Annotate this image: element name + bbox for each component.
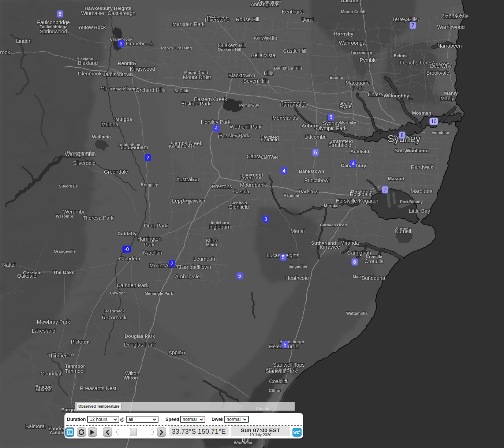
svg-text:Willoughby: Willoughby xyxy=(384,93,410,99)
svg-text:Heathcote: Heathcote xyxy=(285,275,309,281)
svg-text:Picton: Picton xyxy=(71,339,85,345)
svg-text:Douglas Park: Douglas Park xyxy=(124,333,155,339)
svg-text:Maroubra: Maroubra xyxy=(411,188,433,194)
svg-text:Parramatta: Parramatta xyxy=(280,102,306,108)
svg-text:Kingswood: Kingswood xyxy=(130,66,155,72)
svg-text:Manly: Manly xyxy=(440,96,455,101)
svg-text:Leumeah: Leumeah xyxy=(193,256,215,262)
svg-text:Clifton: Clifton xyxy=(269,388,282,393)
svg-text:Hurstville: Hurstville xyxy=(336,198,357,204)
svg-text:Bella Vista: Bella Vista xyxy=(251,52,276,58)
svg-text:Mulgoa: Mulgoa xyxy=(115,116,132,122)
svg-text:Annangrove: Annangrove xyxy=(251,1,279,7)
svg-text:Prestons: Prestons xyxy=(212,184,232,189)
svg-text:Lidcombe: Lidcombe xyxy=(304,134,326,140)
svg-text:Strathfield: Strathfield xyxy=(328,142,351,148)
svg-text:Glenfield: Glenfield xyxy=(228,204,249,210)
svg-text:Razorback: Razorback xyxy=(102,315,127,321)
svg-text:Marsden Park: Marsden Park xyxy=(172,21,205,27)
svg-text:Dural: Dural xyxy=(301,17,314,23)
svg-text:Frenchs Forest: Frenchs Forest xyxy=(400,60,434,66)
svg-text:Hornsby: Hornsby xyxy=(334,31,354,37)
svg-text:Brookvale: Brookvale xyxy=(426,70,449,76)
svg-text:Seven Hills: Seven Hills xyxy=(243,78,269,84)
svg-text:Mortlake: Mortlake xyxy=(340,120,356,125)
svg-text:brook: brook xyxy=(0,49,11,55)
svg-text:Merrylands: Merrylands xyxy=(272,115,298,121)
svg-text:Narellan: Narellan xyxy=(143,250,163,256)
svg-text:Campbelltown: Campbelltown xyxy=(178,264,211,270)
svg-text:Linden: Linden xyxy=(16,38,31,44)
svg-text:Bringelly: Bringelly xyxy=(141,182,158,187)
svg-text:Ryde: Ryde xyxy=(339,103,351,109)
svg-text:Castlereagh: Castlereagh xyxy=(108,10,135,16)
svg-text:Macquarie: Macquarie xyxy=(346,80,370,86)
svg-text:Quakers Hill: Quakers Hill xyxy=(218,47,241,52)
svg-text:Kemps Creek: Kemps Creek xyxy=(169,144,195,148)
svg-text:Orangeville: Orangeville xyxy=(54,249,76,253)
svg-text:Ashfield: Ashfield xyxy=(350,149,369,154)
svg-text:Fairfield: Fairfield xyxy=(261,137,279,142)
svg-text:Balmoral: Balmoral xyxy=(25,423,46,429)
svg-text:Oakdale: Oakdale xyxy=(17,273,37,279)
svg-text:Mulgoa: Mulgoa xyxy=(101,122,119,127)
svg-text:Auburn: Auburn xyxy=(302,123,318,129)
svg-text:Caravan Head: Caravan Head xyxy=(320,223,347,227)
svg-text:Epping: Epping xyxy=(329,75,343,79)
svg-text:Mosman: Mosman xyxy=(412,110,432,116)
svg-text:Mount Colah: Mount Colah xyxy=(341,10,366,14)
svg-text:Silverdale: Silverdale xyxy=(73,160,96,166)
svg-text:Mascot: Mascot xyxy=(388,176,404,181)
svg-text:Park: Park xyxy=(352,86,363,92)
svg-text:Coalcliff: Coalcliff xyxy=(269,378,288,384)
svg-text:Cranebrook: Cranebrook xyxy=(126,41,153,47)
svg-text:Kenthurst: Kenthurst xyxy=(282,9,304,15)
svg-text:Warriewood: Warriewood xyxy=(437,24,465,30)
svg-text:Greendale: Greendale xyxy=(104,169,128,175)
svg-text:Port Botany: Port Botany xyxy=(400,200,423,204)
svg-text:Lansvale: Lansvale xyxy=(261,155,278,159)
svg-text:Mowbray Park: Mowbray Park xyxy=(37,319,70,325)
svg-text:Springwood: Springwood xyxy=(40,29,67,34)
svg-text:Pemulwuy: Pemulwuy xyxy=(239,103,260,107)
svg-text:Glenbrook: Glenbrook xyxy=(78,71,102,77)
svg-text:Glenmore Park: Glenmore Park xyxy=(107,87,135,91)
svg-text:Camden Park: Camden Park xyxy=(117,282,149,288)
svg-text:Wahroonga: Wahroonga xyxy=(339,40,366,46)
svg-text:Leppington: Leppington xyxy=(183,198,205,203)
svg-text:Moorebank: Moorebank xyxy=(240,182,266,188)
svg-text:Mount Druitt: Mount Druitt xyxy=(183,74,211,80)
svg-text:Miranda: Miranda xyxy=(340,240,359,246)
svg-text:Menai: Menai xyxy=(291,228,305,234)
svg-text:Mortdale: Mortdale xyxy=(324,203,341,208)
svg-text:Orchard Hills: Orchard Hills xyxy=(135,87,165,93)
svg-text:Rockdale: Rockdale xyxy=(350,191,372,197)
svg-text:Manly: Manly xyxy=(444,90,458,96)
svg-text:Hills: Hills xyxy=(264,70,273,76)
svg-text:Cawdor: Cawdor xyxy=(110,291,125,295)
svg-text:Castle Hill: Castle Hill xyxy=(283,48,306,54)
svg-text:Menangle Park: Menangle Park xyxy=(145,291,173,296)
svg-text:Woollahra: Woollahra xyxy=(406,148,429,153)
svg-text:Riverstone: Riverstone xyxy=(205,17,229,23)
svg-text:Wetherill Park: Wetherill Park xyxy=(229,124,262,130)
svg-text:Kirrawee: Kirrawee xyxy=(320,244,340,250)
svg-text:Lakesland: Lakesland xyxy=(32,328,55,334)
svg-text:Woonona: Woonona xyxy=(234,441,253,445)
svg-text:Buxton: Buxton xyxy=(36,386,52,392)
svg-text:Mona Vale: Mona Vale xyxy=(444,14,469,19)
svg-text:Wallacia: Wallacia xyxy=(92,134,111,140)
svg-text:Liverpool: Liverpool xyxy=(240,175,261,181)
svg-text:Bundeena: Bundeena xyxy=(362,275,386,281)
svg-text:Dee Why: Dee Why xyxy=(430,63,452,69)
svg-text:Ropes Crossing: Ropes Crossing xyxy=(161,46,192,50)
svg-text:Harrington: Harrington xyxy=(137,236,161,242)
svg-text:Wattamolla: Wattamolla xyxy=(346,311,368,315)
svg-text:Eastern Creek: Eastern Creek xyxy=(194,96,227,102)
svg-text:Ingleburn: Ingleburn xyxy=(209,224,231,230)
svg-text:Bargo: Bargo xyxy=(61,407,75,412)
svg-text:Vaucluse: Vaucluse xyxy=(432,130,449,135)
svg-text:Tahmoor: Tahmoor xyxy=(65,368,85,374)
svg-text:Kogarah: Kogarah xyxy=(359,198,378,204)
svg-text:Bankstown: Bankstown xyxy=(299,169,324,174)
